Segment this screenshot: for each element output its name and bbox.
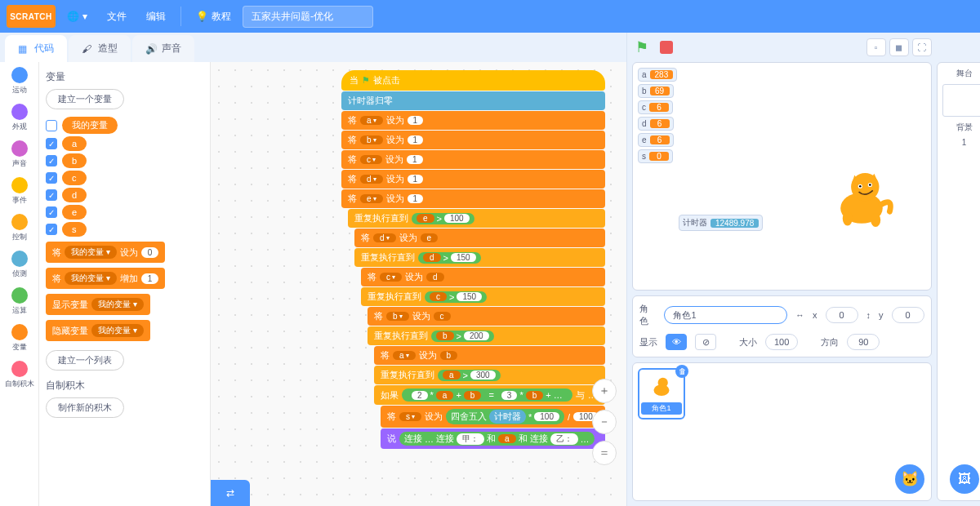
checkbox-d[interactable]: ✓ [46, 189, 57, 201]
svg-point-9 [871, 213, 880, 227]
project-title-input[interactable]: 五家共井问题-优化 [243, 6, 373, 28]
block-set-c[interactable]: 将 c ▾ 设为 d [361, 268, 605, 286]
sprite-y-input[interactable]: 0 [892, 307, 924, 323]
monitor-a[interactable]: a283 [638, 68, 677, 82]
category-侦测[interactable]: 侦测 [3, 249, 36, 281]
language-menu[interactable]: 🌐 ▾ [59, 6, 96, 27]
sprite-size-input[interactable]: 100 [765, 334, 798, 350]
monitor-c[interactable]: c6 [638, 100, 673, 114]
category-控制[interactable]: 控制 [3, 212, 36, 244]
delete-sprite-button[interactable]: 🗑 [675, 365, 688, 378]
checkbox-b[interactable]: ✓ [46, 155, 57, 166]
zoom-reset-button[interactable]: ＝ [592, 441, 617, 465]
hat-when-flag-clicked[interactable]: 当 ⚑ 被点击 [341, 70, 605, 91]
tab-costumes[interactable]: 🖌造型 [69, 35, 131, 62]
tab-code[interactable]: ▦代码 [5, 35, 67, 62]
input-value[interactable]: 1 [141, 273, 159, 284]
stop-button[interactable] [660, 41, 673, 54]
block-repeat-until[interactable]: 重复执行直到 d > 150 [354, 248, 605, 267]
script-workspace[interactable]: 当 ⚑ 被点击 计时器归零 将 a ▾ 设为 1将 b ▾ 设为 1将 c ▾ … [211, 62, 626, 506]
block-say[interactable]: 说 连接 … 连接 甲： 和 a 和 连接 乙： … [381, 428, 605, 449]
script-stack[interactable]: 当 ⚑ 被点击 计时器归零 将 a ▾ 设为 1将 b ▾ 设为 1将 c ▾ … [341, 70, 605, 450]
variable-c[interactable]: c [62, 171, 87, 185]
variable-s[interactable]: s [62, 222, 87, 237]
stage-selector[interactable]: 舞台 背景 1 🖼 [937, 62, 981, 501]
monitor-d[interactable]: d6 [638, 117, 674, 131]
hide-sprite-button[interactable]: ⊘ [695, 334, 716, 350]
monitor-timer[interactable]: 计时器 12489.978 [679, 215, 763, 231]
dropdown-var[interactable]: 我的变量 ▾ [65, 272, 117, 285]
category-外观[interactable]: 外观 [3, 102, 36, 134]
stage[interactable]: a283b69c6d6e6s0 计时器 12489.978 [632, 62, 932, 291]
block-repeat-until[interactable]: 重复执行直到 e > 100 [348, 209, 605, 228]
show-sprite-button[interactable]: 👁 [666, 334, 687, 350]
sprite-name-input[interactable] [664, 306, 787, 324]
block-if[interactable]: 如果 2*a+b = 3*b+… 与… [374, 385, 605, 405]
make-block-button[interactable]: 制作新的积木 [46, 397, 124, 418]
checkbox-a[interactable]: ✓ [46, 138, 57, 149]
checkbox-s[interactable]: ✓ [46, 224, 57, 235]
extensions-button[interactable]: ⇄ [211, 480, 250, 506]
block-set-var[interactable]: 将 我的变量 ▾ 设为 0 [46, 242, 165, 263]
green-flag-button[interactable]: ⚑ [635, 38, 653, 56]
block-reset-timer[interactable]: 计时器归零 [341, 91, 605, 110]
variable-myvar[interactable]: 我的变量 [62, 117, 118, 134]
operator-equals[interactable]: 2*a+b = 3*b+… [402, 388, 572, 402]
dropdown-var[interactable]: 我的变量 ▾ [65, 246, 117, 259]
category-变量[interactable]: 变量 [3, 322, 36, 354]
sprite-on-stage[interactable] [825, 161, 898, 234]
large-stage-button[interactable]: ◼ [889, 38, 909, 56]
block-set-a[interactable]: 将 a ▾ 设为 b [374, 346, 605, 365]
monitor-s[interactable]: s0 [638, 149, 673, 163]
sprite-direction-input[interactable]: 90 [847, 334, 880, 350]
block-set-d[interactable]: 将 d ▾ 设为 1 [341, 170, 605, 189]
block-set-s[interactable]: 将 s▾ 设为 四舍五入 计时器 * 100 / 100 [381, 406, 605, 428]
make-list-button[interactable]: 建立一个列表 [46, 350, 124, 371]
block-set-e[interactable]: 将 e ▾ 设为 1 [341, 189, 605, 208]
variable-b[interactable]: b [62, 153, 87, 168]
block-set-c[interactable]: 将 c ▾ 设为 1 [341, 150, 605, 169]
block-set-d[interactable]: 将 d ▾ 设为 e [354, 229, 605, 247]
category-运算[interactable]: 运算 [3, 286, 36, 317]
block-show-var[interactable]: 显示变量 我的变量 ▾ [46, 294, 150, 315]
add-sprite-button[interactable]: 🐱 [895, 464, 924, 494]
variable-d[interactable]: d [62, 188, 87, 202]
category-声音[interactable]: 声音 [3, 139, 36, 171]
block-repeat-until[interactable]: 重复执行直到 b > 200 [368, 326, 605, 345]
monitor-label: d [642, 119, 647, 128]
block-repeat-until[interactable]: 重复执行直到 c > 150 [361, 287, 605, 306]
file-menu[interactable]: 文件 [99, 5, 135, 29]
small-stage-button[interactable]: ▫ [866, 38, 886, 56]
block-change-var[interactable]: 将 我的变量 ▾ 增加 1 [46, 268, 165, 289]
tutorials-button[interactable]: 💡 教程 [188, 5, 239, 29]
input-value[interactable]: 0 [141, 247, 159, 258]
zoom-out-button[interactable]: － [592, 410, 617, 434]
sprite-tile[interactable]: 🗑 角色1 [638, 368, 685, 419]
checkbox-myvar[interactable] [46, 120, 57, 131]
tab-sounds[interactable]: 🔊声音 [132, 35, 194, 62]
variable-a[interactable]: a [62, 136, 87, 151]
block-repeat-until[interactable]: 重复执行直到 a > 300 [374, 366, 605, 384]
make-variable-button[interactable]: 建立一个变量 [46, 89, 124, 109]
monitor-e[interactable]: e6 [638, 133, 674, 147]
stage-thumbnail[interactable] [942, 84, 981, 117]
checkbox-c[interactable]: ✓ [46, 172, 57, 184]
scratch-logo[interactable]: SCRATCH [7, 5, 56, 28]
monitor-value: 69 [650, 87, 670, 95]
fullscreen-button[interactable]: ⛶ [912, 38, 932, 56]
block-set-b[interactable]: 将 b ▾ 设为 1 [341, 131, 605, 149]
category-运动[interactable]: 运动 [3, 65, 36, 97]
block-set-b[interactable]: 将 b ▾ 设为 c [368, 307, 605, 326]
category-自制积木[interactable]: 自制积木 [3, 359, 36, 391]
block-hide-var[interactable]: 隐藏变量 我的变量 ▾ [46, 320, 150, 341]
category-事件[interactable]: 事件 [3, 175, 36, 207]
edit-menu[interactable]: 编辑 [138, 5, 174, 29]
sprite-x-input[interactable]: 0 [826, 307, 858, 323]
block-set-a[interactable]: 将 a ▾ 设为 1 [341, 111, 605, 130]
variable-e[interactable]: e [62, 205, 87, 220]
zoom-in-button[interactable]: ＋ [592, 379, 617, 403]
checkbox-e[interactable]: ✓ [46, 206, 57, 218]
monitor-b[interactable]: b69 [638, 84, 674, 98]
xy-arrows-icon: ↔ [795, 310, 804, 320]
add-backdrop-button[interactable]: 🖼 [950, 464, 979, 494]
